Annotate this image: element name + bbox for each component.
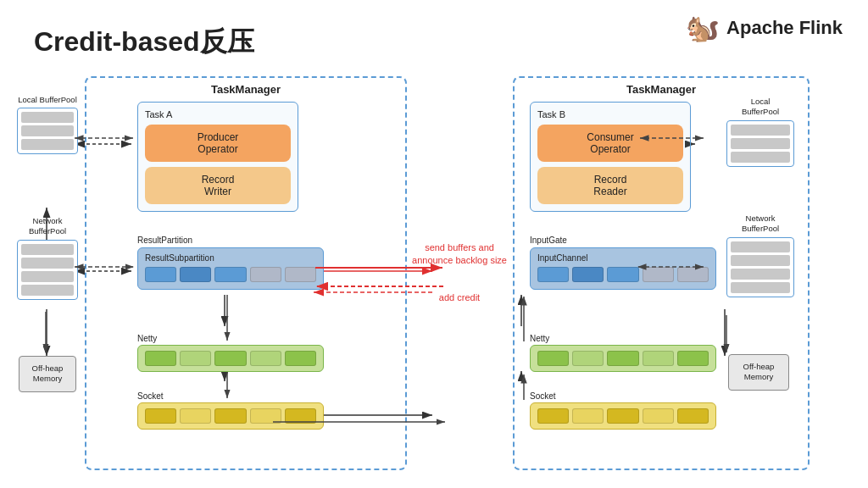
page-title: Credit-based反压 xyxy=(34,24,254,61)
left-local-bufferpool: Local BufferPool xyxy=(17,95,78,154)
consumer-operator-box: ConsumerOperator xyxy=(537,125,683,162)
left-socket-box xyxy=(137,402,324,430)
diagram: Local BufferPool NetworkBufferPool Off-h… xyxy=(17,76,851,474)
task-a-box: Task A ProducerOperator RecordWriter xyxy=(137,102,298,212)
input-channel-label: InputChannel xyxy=(537,253,709,263)
flink-logo: 🐿️ Apache Flink xyxy=(686,12,843,44)
task-b-label: Task B xyxy=(537,109,683,119)
send-buffers-text: send buffers and announce backlog size xyxy=(409,241,510,268)
result-subpartition-label: ResultSubpartition xyxy=(145,253,316,263)
record-writer-box: RecordWriter xyxy=(145,167,291,204)
right-local-pool-label: LocalBufferPool xyxy=(726,97,794,118)
result-partition-label: ResultPartition xyxy=(137,236,192,245)
left-local-pool-label: Local BufferPool xyxy=(17,95,78,105)
left-network-bufferpool: NetworkBufferPool xyxy=(17,216,78,300)
right-netty-box xyxy=(530,345,716,372)
left-network-pool-label: NetworkBufferPool xyxy=(17,216,78,237)
right-network-bufferpool: NetworkBufferPool xyxy=(726,214,794,297)
left-taskmanager: TaskManager Task A ProducerOperator Reco… xyxy=(85,76,407,470)
task-a-label: Task A xyxy=(145,109,291,119)
input-gate-label: InputGate xyxy=(530,236,567,245)
result-subpartition-box: ResultSubpartition xyxy=(137,247,324,290)
flink-squirrel-icon: 🐿️ xyxy=(686,12,720,44)
producer-operator-box: ProducerOperator xyxy=(145,125,291,162)
flink-logo-text: Apache Flink xyxy=(726,17,843,39)
left-netty-box xyxy=(137,345,324,372)
right-taskmanager-label: TaskManager xyxy=(626,83,696,96)
input-channel-box: InputChannel xyxy=(530,247,716,290)
record-reader-box: RecordReader xyxy=(537,167,683,204)
right-netty-label: Netty xyxy=(530,334,549,343)
right-local-bufferpool: LocalBufferPool xyxy=(726,97,794,167)
left-offheap-memory: Off-heapMemory xyxy=(19,356,76,392)
add-credit-text: add credit xyxy=(417,292,502,302)
right-offheap-memory: Off-heapMemory xyxy=(728,354,789,391)
right-taskmanager: TaskManager Task B ConsumerOperator Reco… xyxy=(513,76,810,470)
right-network-pool-label: NetworkBufferPool xyxy=(726,214,794,235)
right-socket-box xyxy=(530,402,716,430)
left-netty-label: Netty xyxy=(137,334,157,343)
right-socket-label: Socket xyxy=(530,391,556,401)
task-b-box: Task B ConsumerOperator RecordReader xyxy=(530,102,691,212)
left-socket-label: Socket xyxy=(137,391,164,401)
left-taskmanager-label: TaskManager xyxy=(211,83,281,96)
